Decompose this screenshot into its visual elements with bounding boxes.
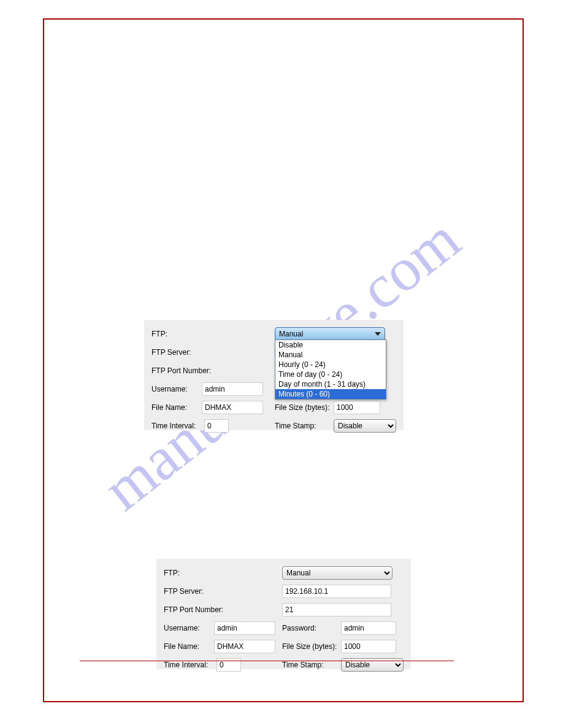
option-disable[interactable]: Disable (275, 340, 386, 350)
username-label-2: Username: (164, 624, 209, 632)
ftp-label: FTP: (151, 330, 268, 338)
filesize-input[interactable] (334, 401, 380, 414)
filename-input[interactable] (202, 401, 263, 414)
ftp-server-label: FTP Server: (151, 348, 268, 357)
ftp-server-input[interactable] (282, 585, 391, 598)
filesize-label: File Size (bytes): (275, 403, 329, 412)
interval-label: Time Interval: (151, 422, 199, 430)
interval-input[interactable] (204, 419, 229, 433)
option-manual[interactable]: Manual (275, 350, 386, 360)
ftp-label-2: FTP: (164, 569, 280, 577)
timestamp-label-2: Time Stamp: (282, 661, 336, 669)
ftp-port-input[interactable] (282, 603, 391, 616)
filesize-input-2[interactable] (341, 640, 396, 653)
password-label-2: Password: (282, 624, 336, 632)
password-input-2[interactable] (341, 621, 396, 635)
username-input-2[interactable] (214, 621, 275, 635)
option-hourly[interactable]: Hourly (0 - 24) (275, 360, 386, 370)
ftp-port-label: FTP Port Number: (151, 366, 268, 375)
filename-input-2[interactable] (214, 640, 275, 653)
ftp-panel-dropdown: FTP: FTP Server: FTP Port Number: Userna… (144, 320, 404, 430)
option-minutes[interactable]: Minutes (0 - 60) (275, 389, 386, 399)
ftp-panel-filled: FTP: FTP Server: FTP Port Number: Userna… (156, 559, 411, 669)
divider (80, 661, 454, 661)
ftp-mode-select[interactable]: Manual (275, 327, 385, 341)
username-label: Username: (151, 385, 197, 393)
filename-label: File Name: (151, 403, 197, 412)
filename-label-2: File Name: (164, 642, 209, 651)
ftp-mode-dropdown[interactable]: Disable Manual Hourly (0 - 24) Time of d… (275, 339, 386, 400)
username-input[interactable] (202, 382, 263, 396)
ftp-port-label-2: FTP Port Number: (164, 605, 280, 614)
ftp-mode-select-2[interactable]: Manual (282, 566, 393, 580)
option-timeofday[interactable]: Time of day (0 - 24) (275, 370, 386, 379)
timestamp-label: Time Stamp: (275, 422, 329, 430)
timestamp-select[interactable]: Disable (334, 419, 396, 433)
ftp-mode-value: Manual (279, 330, 303, 338)
filesize-label-2: File Size (bytes): (282, 642, 336, 651)
ftp-server-label-2: FTP Server: (164, 587, 280, 596)
chevron-down-icon (375, 332, 381, 336)
option-dayofmonth[interactable]: Day of month (1 - 31 days) (275, 379, 386, 389)
interval-label-2: Time Interval: (164, 661, 212, 669)
